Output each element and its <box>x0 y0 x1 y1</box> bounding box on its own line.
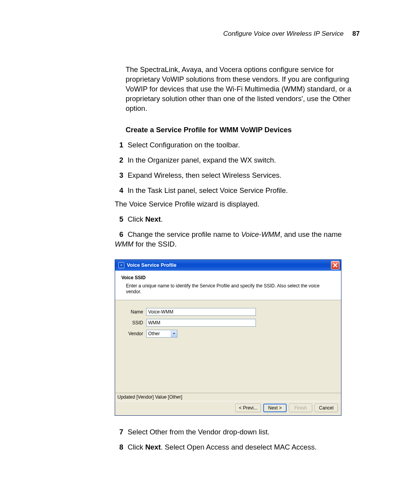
step-2: 2 In the Organizer panel, expand the WX … <box>115 156 360 165</box>
step-number: 4 <box>115 186 123 196</box>
previous-button[interactable]: < Previ... <box>235 404 261 412</box>
step-number: 3 <box>115 171 123 180</box>
ssid-label: SSID <box>121 320 143 326</box>
step-number: 7 <box>115 427 123 437</box>
step-number: 5 <box>115 215 123 224</box>
step-text-pre: Change the service profile name to <box>128 230 241 238</box>
form-row-vendor: Vendor Other <box>121 330 335 338</box>
step-text-italic: Voice-WMM <box>241 230 280 238</box>
step-3: 3 Expand Wireless, then select Wireless … <box>115 171 360 180</box>
next-button[interactable]: Next > <box>263 404 287 412</box>
svg-marker-2 <box>173 333 175 334</box>
wizard-form-area: Name SSID Vendor Other <box>115 300 341 393</box>
step-7: 7 Select Other from the Vendor drop-down… <box>115 427 360 437</box>
intro-paragraph: The SpectraLink, Avaya, and Vocera optio… <box>126 65 360 114</box>
wizard-button-bar: < Previ... Next > Finish Cancel <box>115 401 341 415</box>
close-button[interactable] <box>331 261 340 270</box>
chevron-down-icon <box>171 330 177 337</box>
wizard-status-text: Updated [Vendor] Value [Other] <box>115 393 341 401</box>
step-number: 1 <box>115 140 123 150</box>
voice-service-profile-wizard: a Voice Service Profile Voice SSID Enter… <box>115 259 341 416</box>
vendor-select[interactable]: Other <box>146 330 177 338</box>
finish-button: Finish <box>289 404 312 412</box>
close-icon <box>333 263 338 268</box>
step-text-mid: , and use the name <box>280 230 341 238</box>
vendor-label: Vendor <box>121 331 143 337</box>
body-content: The SpectraLink, Avaya, and Vocera optio… <box>0 38 420 452</box>
step-text-pre: Click <box>128 215 145 223</box>
step-text-bold: Next <box>145 443 161 451</box>
step-subtext: The Voice Service Profile wizard is disp… <box>115 200 360 209</box>
wizard-heading: Voice SSID <box>121 275 335 281</box>
step-number: 8 <box>115 443 123 452</box>
step-text-post: for the SSID. <box>133 240 177 248</box>
step-text-post: . Select Open Access and deselect MAC Ac… <box>161 443 317 451</box>
step-8: 8 Click Next. Select Open Access and des… <box>115 443 360 452</box>
step-text: In the Organizer panel, expand the WX sw… <box>128 156 276 164</box>
step-text: Select Other from the Vendor drop-down l… <box>128 428 270 436</box>
step-list-after: 7 Select Other from the Vendor drop-down… <box>126 427 360 452</box>
step-list: 1 Select Configuration on the toolbar. 2… <box>126 140 360 249</box>
document-page: Configure Voice over Wireless IP Service… <box>0 0 420 452</box>
step-number: 6 <box>115 230 123 240</box>
form-row-ssid: SSID <box>121 319 335 327</box>
page-number: 87 <box>352 30 360 37</box>
name-label: Name <box>121 309 143 315</box>
ssid-input[interactable] <box>146 319 256 327</box>
wizard-title: Voice Service Profile <box>127 262 331 269</box>
name-input[interactable] <box>146 308 256 316</box>
step-text: Expand Wireless, then select Wireless Se… <box>128 171 282 179</box>
step-text-post: . <box>161 215 163 223</box>
step-text-italic: WMM <box>115 240 133 248</box>
step-1: 1 Select Configuration on the toolbar. <box>115 140 360 150</box>
section-heading: Create a Service Profile for WMM VoWIP D… <box>126 125 360 135</box>
wizard-header-panel: Voice SSID Enter a unique name to identi… <box>115 271 341 300</box>
step-4: 4 In the Task List panel, select Voice S… <box>115 186 360 209</box>
form-row-name: Name <box>121 308 335 316</box>
step-number: 2 <box>115 156 123 165</box>
page-header: Configure Voice over Wireless IP Service… <box>0 0 420 38</box>
step-text-bold: Next <box>145 215 161 223</box>
vendor-selected-value: Other <box>148 331 171 337</box>
wizard-titlebar[interactable]: a Voice Service Profile <box>115 260 341 271</box>
step-6: 6 Change the service profile name to Voi… <box>115 230 360 249</box>
step-5: 5 Click Next. <box>115 215 360 224</box>
wizard-app-icon: a <box>118 262 124 268</box>
step-text-pre: Click <box>128 443 145 451</box>
header-title: Configure Voice over Wireless IP Service <box>223 30 343 37</box>
step-text: Select Configuration on the toolbar. <box>128 141 240 149</box>
cancel-button[interactable]: Cancel <box>315 404 338 412</box>
step-text: In the Task List panel, select Voice Ser… <box>128 186 288 194</box>
wizard-subheading: Enter a unique name to identify the Serv… <box>121 283 335 295</box>
